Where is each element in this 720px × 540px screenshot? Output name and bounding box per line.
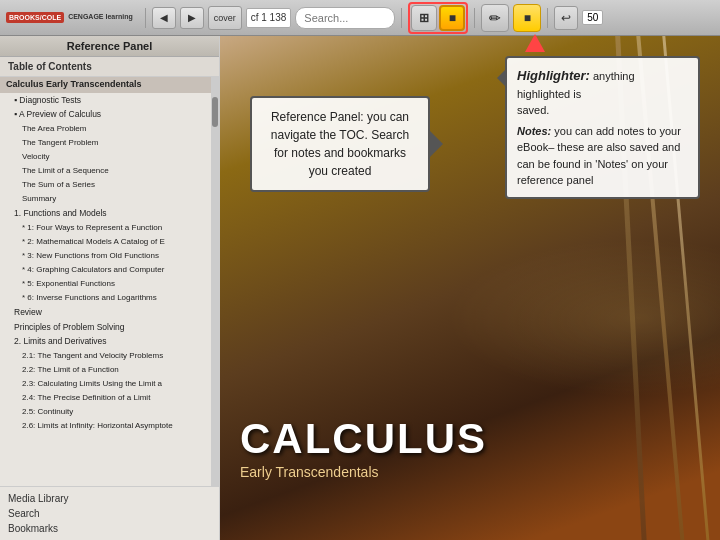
search-link[interactable]: Search: [8, 506, 211, 521]
undo-button[interactable]: ↩: [554, 6, 578, 30]
sidebar-header: Reference Panel: [0, 36, 219, 57]
toc-item-area[interactable]: The Area Problem: [0, 122, 211, 136]
highlighter-line2: highlighted is: [517, 88, 581, 100]
toc-item-functions[interactable]: 1. Functions and Models: [0, 206, 211, 221]
sidebar: Reference Panel Table of Contents Calcul…: [0, 36, 220, 540]
forward-button[interactable]: ▶: [180, 7, 204, 29]
toc-item-velocity[interactable]: Velocity: [0, 150, 211, 164]
page-view-button[interactable]: ⊞: [411, 5, 437, 31]
toolbar: BROOKS/COLE CENGAGE learning ◀ ▶ cover c…: [0, 0, 720, 36]
book-title-area: CALCULUS Early Transcendentals: [240, 418, 700, 480]
highlighter-title: Highlighter: anything highlighted is sav…: [517, 66, 688, 119]
toc-item-f6[interactable]: * 6: Inverse Functions and Logarithms: [0, 291, 211, 305]
toc-item-principles[interactable]: Principles of Problem Solving: [0, 320, 211, 335]
brand-logo: BROOKS/COLE: [6, 12, 64, 24]
separator-4: [547, 8, 548, 28]
cover-button[interactable]: cover: [208, 6, 242, 30]
toc-item-summary[interactable]: Summary: [0, 192, 211, 206]
highlighter-line1: anything: [593, 70, 635, 82]
book-subtitle: Early Transcendentals: [240, 464, 700, 480]
toc-item-sum[interactable]: The Sum of a Series: [0, 178, 211, 192]
toc-item-l3[interactable]: 2.3: Calculating Limits Using the Limit …: [0, 377, 211, 391]
toc-header: Table of Contents: [0, 57, 219, 77]
media-library-link[interactable]: Media Library: [8, 491, 211, 506]
toc-item-f1[interactable]: * 1: Four Ways to Represent a Function: [0, 221, 211, 235]
book-title: CALCULUS: [240, 418, 700, 460]
color-button[interactable]: ■: [513, 4, 541, 32]
toc-item-preview[interactable]: ▪ A Preview of Calculus: [0, 107, 211, 122]
toc-item-f3[interactable]: * 3: New Functions from Old Functions: [0, 249, 211, 263]
callout-highlighter: Highlighter: anything highlighted is sav…: [505, 56, 700, 199]
toc-item-f5[interactable]: * 5: Exponential Functions: [0, 277, 211, 291]
toc-item-f2[interactable]: * 2: Mathematical Models A Catalog of E: [0, 235, 211, 249]
toc-item-tangent[interactable]: The Tangent Problem: [0, 136, 211, 150]
toc-list: Calculus Early Transcendentals ▪ Diagnos…: [0, 77, 211, 486]
notes-label: Notes:: [517, 125, 551, 137]
sidebar-bottom: Media Library Search Bookmarks: [0, 486, 219, 540]
highlighter-line3: saved.: [517, 104, 549, 116]
toc-item-calculus[interactable]: Calculus Early Transcendentals: [0, 77, 211, 93]
main-content: Reference Panel Table of Contents Calcul…: [0, 36, 720, 540]
arrow-indicator: [525, 34, 545, 52]
separator-1: [145, 8, 146, 28]
toc-item-limit-seq[interactable]: The Limit of a Sequence: [0, 164, 211, 178]
toc-item-l5[interactable]: 2.5: Continuity: [0, 405, 211, 419]
toc-item-l2[interactable]: 2.2: The Limit of a Function: [0, 363, 211, 377]
scroll-thumb[interactable]: [212, 97, 218, 127]
pencil-button[interactable]: ✏: [481, 4, 509, 32]
bookmarks-link[interactable]: Bookmarks: [8, 521, 211, 536]
toc-scrollbar[interactable]: [211, 77, 219, 486]
book-area: CALCULUS Early Transcendentals Reference…: [220, 36, 720, 540]
logo-area: BROOKS/COLE CENGAGE learning: [6, 12, 133, 24]
page-count-display: 50: [582, 10, 603, 25]
page-indicator: cf 1 138: [246, 8, 292, 28]
separator-2: [401, 8, 402, 28]
toc-item-l4[interactable]: 2.4: The Precise Definition of a Limit: [0, 391, 211, 405]
brand-name: CENGAGE learning: [68, 13, 133, 21]
search-input[interactable]: [295, 7, 395, 29]
callout-reference-panel: Reference Panel: you can navigate the TO…: [250, 96, 430, 192]
highlight-button-group: ⊞ ■: [408, 2, 468, 34]
toc-item-l1[interactable]: 2.1: The Tangent and Velocity Problems: [0, 349, 211, 363]
separator-3: [474, 8, 475, 28]
toc-item-limits[interactable]: 2. Limits and Derivatives: [0, 334, 211, 349]
highlighter-notes: Notes: you can add notes to your eBook– …: [517, 123, 688, 189]
highlight-button[interactable]: ■: [439, 5, 465, 31]
toc-item-l6[interactable]: 2.6: Limits at Infinity: Horizontal Asym…: [0, 419, 211, 433]
callout-ref-text: Reference Panel: you can navigate the TO…: [271, 110, 409, 178]
toc-item-diagnostic[interactable]: ▪ Diagnostic Tests: [0, 93, 211, 108]
toc-item-review[interactable]: Review: [0, 305, 211, 320]
back-button[interactable]: ◀: [152, 7, 176, 29]
toc-item-f4[interactable]: * 4: Graphing Calculators and Computer: [0, 263, 211, 277]
